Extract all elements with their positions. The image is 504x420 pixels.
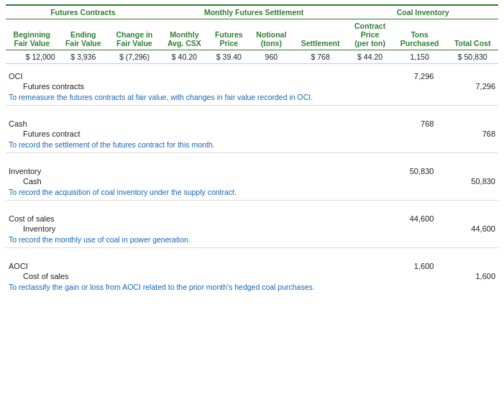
- account-futures-contracts: Futures contracts: [6, 81, 375, 91]
- journal-table-1: OCI 7,296 Futures contracts 7,296 To rem…: [6, 71, 498, 102]
- note-text-4: To record the monthly use of coal in pow…: [6, 234, 498, 245]
- journal-note-2: To record the settlement of the futures …: [6, 139, 498, 150]
- col-total-cost: Total Cost: [446, 19, 498, 50]
- debit-aoci-5: 1,600: [375, 261, 437, 271]
- account-inventory-4: Inventory: [6, 224, 375, 234]
- col-notional: Notional(tons): [249, 19, 293, 50]
- note-text-5: To reclassify the gain or loss from AOCI…: [6, 281, 498, 292]
- account-futures-contract-2: Futures contract: [6, 129, 375, 139]
- cell-total-cost: $ 50,830: [446, 50, 498, 64]
- cell-avg-csx: $ 40.20: [160, 50, 209, 64]
- cell-notional: 960: [249, 50, 293, 64]
- cell-tons: 1,150: [393, 50, 446, 64]
- summary-table: Futures Contracts Monthly Futures Settle…: [6, 4, 498, 64]
- credit-aoci-5: [436, 261, 498, 271]
- journal-entry-4: Cost of sales 44,600 Inventory 44,600 To…: [6, 214, 498, 255]
- note-text-2: To record the settlement of the futures …: [6, 139, 498, 150]
- col-settlement: Settlement: [293, 19, 347, 50]
- journal-line: Cost of sales 44,600: [6, 214, 498, 224]
- divider-2: [6, 152, 498, 153]
- divider-4: [6, 247, 498, 248]
- journal-entry-3: Inventory 50,830 Cash 50,830 To record t…: [6, 166, 498, 208]
- debit-futures-contracts: [375, 81, 437, 91]
- journal-line: Cash 50,830: [6, 176, 498, 186]
- account-cost-sales-5: Cost of sales: [6, 271, 375, 281]
- cell-contract-price: $ 44.20: [347, 50, 393, 64]
- col-futures-price: FuturesPrice: [209, 19, 249, 50]
- main-container: Futures Contracts Monthly Futures Settle…: [0, 0, 504, 305]
- credit-cash-2: [436, 119, 498, 129]
- credit-cost-sales-4: [436, 214, 498, 224]
- journal-entry-5: AOCI 1,600 Cost of sales 1,600 To reclas…: [6, 261, 498, 295]
- debit-cost-sales-4: 44,600: [375, 214, 437, 224]
- credit-cash-3: 50,830: [436, 176, 498, 186]
- cell-beginning: $ 12,000: [6, 50, 58, 64]
- credit-cost-sales-5: 1,600: [436, 271, 498, 281]
- journal-table-4: Cost of sales 44,600 Inventory 44,600 To…: [6, 214, 498, 245]
- col-avg-csx: MonthlyAvg. CSX: [160, 19, 209, 50]
- debit-cash-3: [375, 176, 437, 186]
- journal-line: OCI 7,296: [6, 71, 498, 81]
- table-data-row: $ 12,000 $ 3,936 $ (7,296) $ 40.20 $ 39.…: [6, 50, 498, 64]
- account-oci: OCI: [6, 71, 375, 81]
- journal-line: Cash 768: [6, 119, 498, 129]
- cell-futures-price: $ 39.40: [209, 50, 249, 64]
- credit-futures-contract-2: 768: [436, 129, 498, 139]
- section-futures: Futures Contracts: [6, 5, 160, 19]
- divider-3: [6, 200, 498, 201]
- journal-note-3: To record the acquisition of coal invent…: [6, 186, 498, 197]
- col-change: Change inFair Value: [109, 19, 160, 50]
- journal-note-5: To reclassify the gain or loss from AOCI…: [6, 281, 498, 292]
- journal-line: AOCI 1,600: [6, 261, 498, 271]
- account-cash-2: Cash: [6, 119, 375, 129]
- account-cash-3: Cash: [6, 176, 375, 186]
- journal-table-5: AOCI 1,600 Cost of sales 1,600 To reclas…: [6, 261, 498, 292]
- credit-inventory-3: [436, 166, 498, 176]
- account-cost-sales-4: Cost of sales: [6, 214, 375, 224]
- cell-settlement: $ 768: [293, 50, 347, 64]
- section-monthly: Monthly Futures Settlement: [160, 5, 348, 19]
- note-text-3: To record the acquisition of coal invent…: [6, 186, 498, 197]
- col-contract-price: ContractPrice(per ton): [347, 19, 393, 50]
- account-inventory-3: Inventory: [6, 166, 375, 176]
- section-coal: Coal Inventory: [347, 5, 498, 19]
- col-beginning: BeginningFair Value: [6, 19, 58, 50]
- debit-inventory-3: 50,830: [375, 166, 437, 176]
- journal-line: Futures contracts 7,296: [6, 81, 498, 91]
- cell-change: $ (7,296): [109, 50, 160, 64]
- col-ending: EndingFair Value: [58, 19, 109, 50]
- journal-line: Cost of sales 1,600: [6, 271, 498, 281]
- journal-note-1: To remeasure the futures contracts at fa…: [6, 91, 498, 102]
- journal-entry-1: OCI 7,296 Futures contracts 7,296 To rem…: [6, 71, 498, 113]
- journal-line: Futures contract 768: [6, 129, 498, 139]
- journal-note-4: To record the monthly use of coal in pow…: [6, 234, 498, 245]
- cell-ending: $ 3,936: [58, 50, 109, 64]
- journal-section: OCI 7,296 Futures contracts 7,296 To rem…: [6, 71, 498, 295]
- journal-table-3: Inventory 50,830 Cash 50,830 To record t…: [6, 166, 498, 197]
- debit-cost-sales-5: [375, 271, 437, 281]
- credit-inventory-4: 44,600: [436, 224, 498, 234]
- credit-oci: [436, 71, 498, 81]
- note-text-1: To remeasure the futures contracts at fa…: [6, 91, 498, 102]
- debit-cash-2: 768: [375, 119, 437, 129]
- journal-table-2: Cash 768 Futures contract 768 To record …: [6, 119, 498, 150]
- account-aoci-5: AOCI: [6, 261, 375, 271]
- debit-futures-contract-2: [375, 129, 437, 139]
- journal-entry-2: Cash 768 Futures contract 768 To record …: [6, 119, 498, 160]
- journal-line: Inventory 44,600: [6, 224, 498, 234]
- credit-futures-contracts: 7,296: [436, 81, 498, 91]
- debit-inventory-4: [375, 224, 437, 234]
- journal-line: Inventory 50,830: [6, 166, 498, 176]
- divider-1: [6, 105, 498, 106]
- debit-oci: 7,296: [375, 71, 437, 81]
- col-tons: TonsPurchased: [393, 19, 446, 50]
